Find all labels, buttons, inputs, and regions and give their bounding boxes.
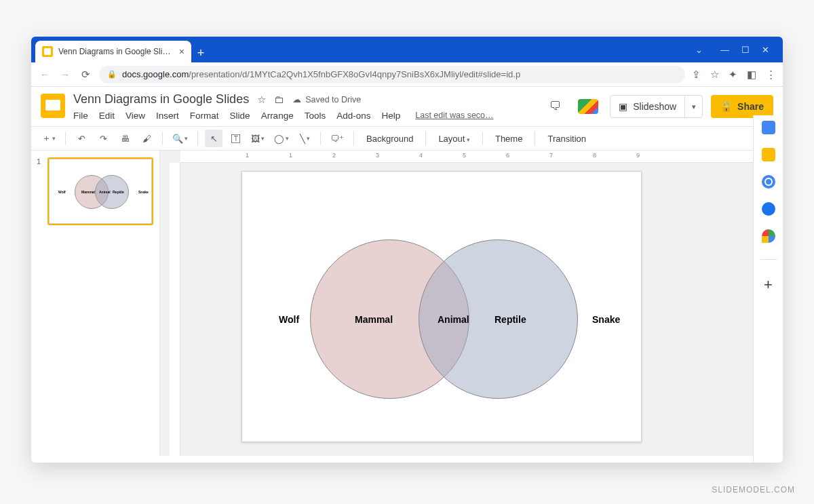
filmstrip[interactable]: 1 Wolf Mammal Animal Reptile Snake — [31, 151, 160, 456]
select-tool-icon[interactable]: ↖ — [205, 130, 222, 147]
slideshow-dropdown[interactable]: ▾ — [684, 96, 702, 117]
lock-icon: 🔒 — [107, 70, 117, 79]
menu-help[interactable]: Help — [381, 111, 400, 121]
print-icon[interactable]: 🖶 — [116, 130, 134, 147]
maps-icon[interactable] — [762, 229, 775, 243]
browser-toolbar: ← → ⟳ 🔒 docs.google.com/presentation/d/1… — [31, 62, 783, 87]
nav-back-icon[interactable]: ← — [38, 69, 52, 80]
canvas-area[interactable]: 1 1 2 3 4 5 6 7 8 9 Wolf — [160, 151, 783, 456]
addons-plus-icon[interactable]: + — [764, 276, 773, 294]
venn-label-inner-left[interactable]: Mammal — [355, 314, 393, 325]
venn-label-center[interactable]: Animal — [438, 314, 469, 325]
share-page-icon[interactable]: ⇪ — [692, 69, 701, 81]
ruler-horizontal: 1 1 2 3 4 5 6 7 8 9 — [180, 151, 783, 163]
bookmark-star-icon[interactable]: ☆ — [710, 69, 719, 81]
toolbar: ＋▾ ↶ ↷ 🖶 🖌 🔍▾ ↖ 🅃 🖼▾ ◯▾ ╲▾ 🗨⁺ Background… — [31, 126, 783, 151]
cloud-icon: ☁ — [292, 94, 301, 104]
slide-canvas[interactable]: Wolf Mammal Animal Reptile Snake — [241, 171, 642, 442]
watermark: SLIDEMODEL.COM — [712, 485, 795, 495]
shape-icon[interactable]: ◯▾ — [271, 130, 292, 147]
menu-addons[interactable]: Add-ons — [336, 111, 370, 121]
move-icon[interactable]: 🗀 — [274, 94, 284, 105]
new-tab-button[interactable]: + — [191, 43, 210, 62]
venn-label-outer-right[interactable]: Snake — [592, 314, 620, 325]
browser-tabstrip: Venn Diagrams in Google Slides × + ⌄ — ☐… — [31, 37, 783, 62]
share-button[interactable]: 🔒Share — [711, 95, 773, 118]
menubar: File Edit View Insert Format Slide Arran… — [73, 111, 535, 121]
keep-icon[interactable] — [762, 148, 775, 161]
transition-button[interactable]: Transition — [542, 134, 592, 144]
nav-forward-icon[interactable]: → — [58, 69, 72, 80]
venn-label-outer-left[interactable]: Wolf — [279, 314, 299, 325]
tab-overflow-icon[interactable]: ⌄ — [695, 45, 703, 55]
calendar-icon[interactable] — [762, 121, 775, 134]
comments-icon[interactable]: 🗨 — [543, 95, 566, 118]
new-slide-button[interactable]: ＋▾ — [39, 130, 58, 147]
browser-tab[interactable]: Venn Diagrams in Google Slides × — [35, 41, 191, 62]
slides-favicon — [42, 46, 53, 57]
ruler-vertical — [170, 163, 180, 456]
tab-title: Venn Diagrams in Google Slides — [58, 47, 174, 56]
sidepanel-icon[interactable]: ◧ — [747, 69, 756, 81]
window-controls: ⌄ — ☐ ✕ — [686, 37, 779, 62]
textbox-icon[interactable]: 🅃 — [227, 130, 244, 147]
venn-label-inner-right[interactable]: Reptile — [495, 314, 526, 325]
tab-close-icon[interactable]: × — [179, 46, 185, 57]
play-icon: ▣ — [619, 101, 627, 112]
window-close-icon[interactable]: ✕ — [762, 45, 769, 55]
thumbnail-preview: Wolf Mammal Animal Reptile Snake — [47, 157, 153, 225]
background-button[interactable]: Background — [361, 134, 419, 144]
menu-slide[interactable]: Slide — [230, 111, 250, 121]
slideshow-button[interactable]: ▣Slideshow — [610, 96, 684, 117]
browser-window: Venn Diagrams in Google Slides × + ⌄ — ☐… — [31, 37, 783, 463]
workspace: 1 Wolf Mammal Animal Reptile Snake 1 1 2 — [31, 151, 783, 456]
paint-format-icon[interactable]: 🖌 — [138, 130, 155, 147]
zoom-button[interactable]: 🔍▾ — [170, 130, 191, 147]
theme-button[interactable]: Theme — [490, 134, 528, 144]
layout-button[interactable]: Layout — [433, 134, 476, 144]
menu-file[interactable]: File — [73, 111, 88, 121]
line-icon[interactable]: ╲▾ — [296, 130, 313, 147]
meet-button[interactable] — [575, 95, 602, 118]
contacts-icon[interactable] — [762, 202, 775, 216]
url-text: docs.google.com/presentation/d/1MYtCa2Qv… — [122, 69, 520, 79]
menu-format[interactable]: Format — [190, 111, 219, 121]
document-title[interactable]: Venn Diagrams in Google Slides — [73, 92, 249, 106]
window-minimize-icon[interactable]: — — [720, 45, 729, 55]
redo-icon[interactable]: ↷ — [94, 130, 112, 147]
cloud-status[interactable]: ☁Saved to Drive — [292, 94, 361, 104]
last-edit-link[interactable]: Last edit was seco… — [415, 111, 493, 121]
window-maximize-icon[interactable]: ☐ — [741, 45, 750, 55]
app-header: Venn Diagrams in Google Slides ☆ 🗀 ☁Save… — [31, 87, 783, 121]
side-panel: + — [753, 115, 783, 463]
lock-icon: 🔒 — [720, 101, 732, 112]
menu-edit[interactable]: Edit — [99, 111, 115, 121]
undo-icon[interactable]: ↶ — [73, 130, 90, 147]
comment-add-icon[interactable]: 🗨⁺ — [328, 130, 347, 147]
menu-insert[interactable]: Insert — [156, 111, 179, 121]
venn-diagram: Wolf Mammal Animal Reptile Snake — [242, 172, 641, 442]
menu-tools[interactable]: Tools — [305, 111, 326, 121]
meet-icon — [578, 99, 598, 114]
address-bar[interactable]: 🔒 docs.google.com/presentation/d/1MYtCa2… — [99, 66, 685, 83]
slides-logo-icon[interactable] — [41, 94, 65, 118]
extensions-icon[interactable]: ✦ — [729, 69, 737, 81]
slide-thumbnail[interactable]: 1 Wolf Mammal Animal Reptile Snake — [37, 157, 154, 225]
chrome-menu-icon[interactable]: ⋮ — [766, 69, 776, 81]
menu-view[interactable]: View — [125, 111, 145, 121]
slide-number: 1 — [37, 157, 43, 225]
image-icon[interactable]: 🖼▾ — [248, 130, 267, 147]
star-icon[interactable]: ☆ — [257, 94, 266, 106]
tasks-icon[interactable] — [762, 175, 775, 189]
menu-arrange[interactable]: Arrange — [261, 111, 294, 121]
nav-reload-icon[interactable]: ⟳ — [79, 69, 92, 81]
